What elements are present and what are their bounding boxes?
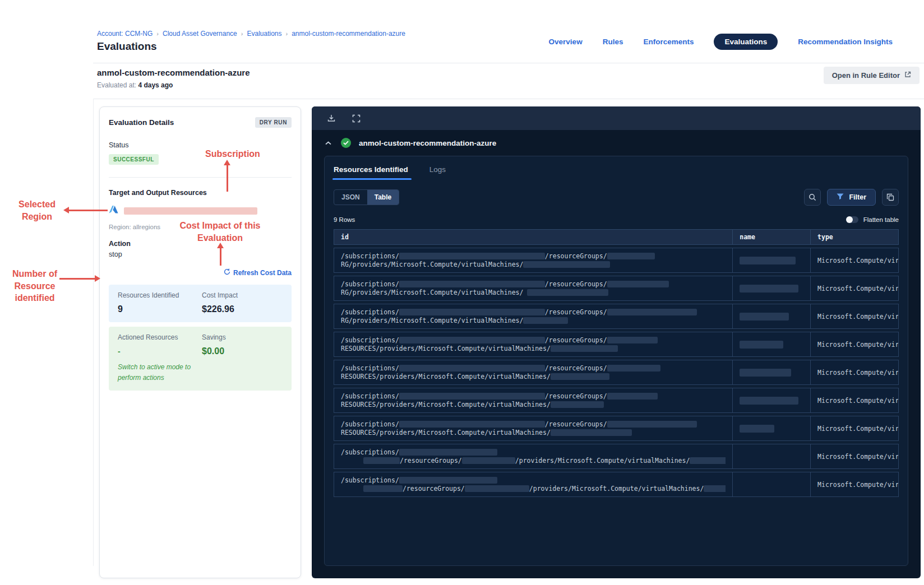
redacted-value <box>551 345 618 352</box>
redacted-value <box>462 457 515 464</box>
view-mode-json[interactable]: JSON <box>334 190 367 205</box>
view-mode-toggle: JSONTable <box>334 189 399 205</box>
results-card: Resources IdentifiedLogs JSONTable <box>324 156 908 566</box>
name-cell <box>732 388 810 412</box>
tab-resources-identified[interactable]: Resources Identified <box>334 165 408 174</box>
success-check-icon <box>341 138 351 148</box>
redacted-value <box>607 365 660 372</box>
resources-identified-value: 9 <box>118 304 202 314</box>
redacted-value <box>399 421 545 428</box>
name-cell <box>732 248 810 272</box>
evaluated-at-value: 4 days ago <box>138 81 173 89</box>
table-row[interactable]: /subscriptions//resourceGroups/RESOURCES… <box>334 416 899 441</box>
table-row[interactable]: /subscriptions//resourceGroups/RG/provid… <box>334 276 899 301</box>
breadcrumb-item-account-ccm-ng[interactable]: Account: CCM-NG <box>97 30 153 38</box>
name-cell <box>732 472 810 496</box>
download-icon[interactable] <box>326 113 336 123</box>
collapse-chevron-icon[interactable] <box>323 138 333 148</box>
evaluation-details-heading: Evaluation Details <box>109 118 174 127</box>
redacted-value <box>399 449 497 456</box>
redacted-value <box>399 477 497 484</box>
toggle-track <box>846 216 858 223</box>
name-cell <box>732 416 810 440</box>
filter-icon <box>837 193 844 202</box>
redacted-value <box>399 281 545 287</box>
type-cell: Microsoft.Compute/virtu <box>810 360 898 384</box>
redacted-value <box>363 457 400 464</box>
azure-icon <box>109 205 118 216</box>
annotation-selected-region-arrow <box>68 210 108 211</box>
subheader-divider <box>93 99 924 99</box>
name-cell <box>732 444 810 468</box>
annotation-cost-impact-arrow <box>220 248 221 266</box>
identified-stats-box: Resources Identified Cost Impact 9 $226.… <box>109 285 292 322</box>
fullscreen-icon[interactable] <box>351 113 361 123</box>
table-row[interactable]: /subscriptions//resourceGroups/RG/provid… <box>334 248 899 273</box>
redacted-value <box>690 457 726 464</box>
open-rule-editor-label: Open in Rule Editor <box>832 71 900 80</box>
flatten-table-toggle[interactable]: Flatten table <box>846 216 899 223</box>
id-cell: /subscriptions//resourceGroups/RESOURCES… <box>334 388 732 412</box>
status-badge: SUCCESSFUL <box>109 154 159 165</box>
external-link-icon <box>904 71 911 80</box>
type-cell: Microsoft.Compute/virtu <box>810 332 898 356</box>
redacted-value <box>399 309 545 315</box>
tab-evaluations[interactable]: Evaluations <box>714 34 778 50</box>
table-row[interactable]: /subscriptions//resourceGroups/RESOURCES… <box>334 360 899 385</box>
annotation-cost-impact: Cost Impact of this Evaluation <box>171 220 269 244</box>
id-cell: /subscriptions//resourceGroups//provider… <box>334 444 732 468</box>
id-cell: /subscriptions//resourceGroups/RG/provid… <box>334 304 732 328</box>
table-body: /subscriptions//resourceGroups/RG/provid… <box>334 248 899 497</box>
redacted-value <box>363 485 403 492</box>
name-cell <box>732 276 810 300</box>
tab-overview[interactable]: Overview <box>549 38 583 46</box>
table-row[interactable]: /subscriptions//resourceGroups/RG/provid… <box>334 304 899 329</box>
table-row[interactable]: /subscriptions//resourceGroups//provider… <box>334 472 899 497</box>
redacted-value <box>399 365 545 372</box>
annotation-subscription-arrow <box>227 165 228 192</box>
search-button[interactable] <box>804 189 821 206</box>
savings-label: Savings <box>202 333 283 341</box>
redacted-value <box>607 253 655 259</box>
name-cell <box>732 360 810 384</box>
resources-table: idnametype /subscriptions//resourceGroup… <box>334 229 899 497</box>
annotation-resource-count-arrow <box>59 278 95 280</box>
annotation-resource-count: Number of Resource identified <box>7 268 63 304</box>
redacted-name <box>740 285 798 292</box>
content-left-divider <box>93 99 94 566</box>
tab-recommendation-insights[interactable]: Recommendation Insights <box>798 38 893 46</box>
results-toolbar <box>312 106 921 130</box>
tab-enforcements[interactable]: Enforcements <box>643 38 694 46</box>
redacted-value <box>523 261 610 268</box>
redacted-name <box>740 425 774 433</box>
rows-count: 9 Rows <box>334 216 355 223</box>
filter-button[interactable]: Filter <box>827 189 876 206</box>
view-mode-table[interactable]: Table <box>367 190 399 205</box>
open-rule-editor-button[interactable]: Open in Rule Editor <box>824 67 920 84</box>
id-cell: /subscriptions//resourceGroups/RG/provid… <box>334 276 732 300</box>
refresh-cost-data-link[interactable]: Refresh Cost Data <box>224 268 292 277</box>
page: Account: CCM-NG›Cloud Asset Governance›E… <box>0 0 924 585</box>
annotation-selected-region: Selected Region <box>11 198 63 222</box>
breadcrumb-separator: › <box>156 30 159 37</box>
cost-impact-label: Cost Impact <box>202 291 283 299</box>
active-mode-note: Switch to active mode to perform actions <box>118 362 213 383</box>
resources-identified-label: Resources Identified <box>118 291 202 299</box>
actioned-resources-value: - <box>118 347 202 356</box>
copy-icon[interactable] <box>882 189 899 206</box>
tab-rules[interactable]: Rules <box>603 38 623 46</box>
table-row[interactable]: /subscriptions//resourceGroups/RESOURCES… <box>334 332 899 357</box>
refresh-icon <box>224 268 230 277</box>
tab-logs[interactable]: Logs <box>429 165 446 174</box>
redacted-name <box>740 313 789 321</box>
table-row[interactable]: /subscriptions//resourceGroups/RESOURCES… <box>334 388 899 413</box>
table-row[interactable]: /subscriptions//resourceGroups//provider… <box>334 444 899 469</box>
breadcrumb-item-cloud-asset-governance[interactable]: Cloud Asset Governance <box>163 30 237 38</box>
savings-value: $0.00 <box>202 346 283 356</box>
top-navigation: OverviewRulesEnforcementsEvaluationsReco… <box>549 34 893 50</box>
breadcrumb-item-anmol-custom-recommendation-azure[interactable]: anmol-custom-recommendation-azure <box>292 30 405 38</box>
redacted-value <box>551 373 609 380</box>
breadcrumb-item-evaluations[interactable]: Evaluations <box>247 30 281 38</box>
refresh-cost-data-label: Refresh Cost Data <box>233 269 292 277</box>
filter-label: Filter <box>849 193 866 201</box>
